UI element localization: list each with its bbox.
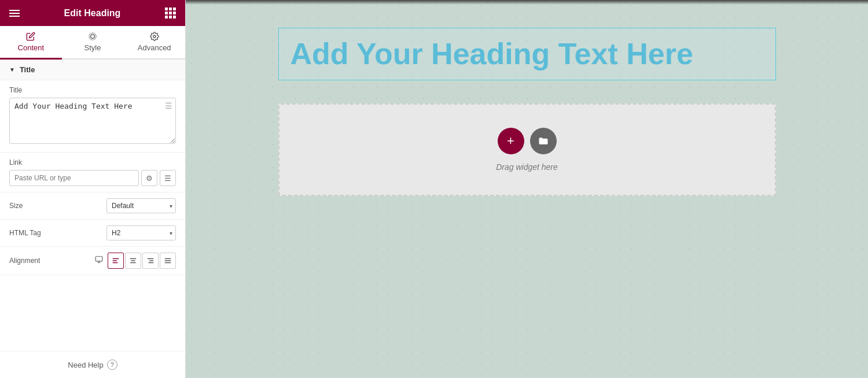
link-row: ⚙ ☰ — [9, 170, 176, 186]
need-help-label: Need Help — [68, 361, 103, 369]
canvas-inner: Add Your Heading Text Here + Drag widget… — [267, 5, 788, 219]
drag-widget-zone[interactable]: + Drag widget here — [278, 103, 776, 196]
grid-menu-icon[interactable] — [165, 8, 176, 18]
html-tag-select[interactable]: H1 H2 H3 H4 H5 H6 div span p — [106, 225, 176, 240]
size-field-group: Size Default Small Medium Large XL XXL ▾ — [0, 192, 185, 220]
alignment-buttons — [108, 253, 176, 269]
style-icon — [88, 32, 97, 41]
link-label: Link — [9, 158, 176, 166]
drag-widget-label: Drag widget here — [496, 162, 558, 172]
align-justify-button[interactable] — [160, 253, 176, 269]
tab-content-label: Content — [18, 43, 45, 52]
alignment-label: Alignment — [9, 257, 91, 265]
svg-point-2 — [153, 35, 156, 38]
canvas-top-bar — [186, 0, 868, 5]
title-textarea[interactable] — [9, 98, 176, 144]
dynamic-tags-icon[interactable]: ☰ — [165, 101, 172, 110]
size-select[interactable]: Default Small Medium Large XL XXL — [106, 198, 176, 213]
left-panel: Edit Heading Content Style — [0, 0, 186, 378]
tab-advanced-label: Advanced — [138, 43, 171, 52]
section-title-label: Title — [20, 65, 35, 74]
section-title-header[interactable]: ▼ Title — [0, 60, 185, 80]
alignment-field-group: Alignment — [0, 247, 185, 275]
link-dynamic-icon[interactable]: ☰ — [160, 170, 176, 186]
html-tag-select-wrapper: H1 H2 H3 H4 H5 H6 div span p ▾ — [106, 225, 176, 240]
chevron-down-icon: ▼ — [9, 66, 15, 73]
tab-style-label: Style — [84, 43, 101, 52]
align-right-button[interactable] — [142, 253, 159, 269]
widget-library-button[interactable] — [530, 128, 557, 154]
monitor-icon — [95, 255, 103, 266]
size-select-wrapper: Default Small Medium Large XL XXL ▾ — [106, 198, 176, 213]
tabs-bar: Content Style Advanced — [0, 26, 185, 60]
align-left-button[interactable] — [108, 253, 124, 269]
gear-icon — [150, 32, 159, 41]
heading-display-text: Add Your Heading Text Here — [290, 38, 764, 71]
title-textarea-wrapper: ☰ — [9, 98, 176, 146]
svg-rect-3 — [95, 257, 102, 261]
pencil-icon — [26, 32, 35, 41]
need-help-row: Need Help ? — [9, 360, 176, 370]
link-field-group: Link ⚙ ☰ — [0, 153, 185, 192]
canvas-area: Add Your Heading Text Here + Drag widget… — [186, 0, 868, 378]
title-field-group: Title ☰ — [0, 80, 185, 153]
panel-content: ▼ Title Title ☰ Link ⚙ ☰ Size De — [0, 60, 185, 378]
svg-point-1 — [89, 33, 96, 40]
panel-title: Edit Heading — [64, 8, 121, 18]
drag-buttons-row: + — [498, 128, 557, 154]
link-settings-icon[interactable]: ⚙ — [141, 170, 157, 186]
html-tag-label: HTML Tag — [9, 229, 106, 237]
hamburger-menu-icon[interactable] — [9, 10, 20, 17]
panel-header: Edit Heading — [0, 0, 185, 26]
size-label: Size — [9, 202, 106, 210]
title-label: Title — [9, 86, 176, 94]
help-circle-icon[interactable]: ? — [107, 360, 117, 370]
tab-content[interactable]: Content — [0, 26, 62, 60]
tab-style[interactable]: Style — [62, 26, 124, 60]
panel-footer: Need Help ? — [0, 351, 185, 378]
add-widget-button[interactable]: + — [498, 128, 524, 154]
heading-widget[interactable]: Add Your Heading Text Here — [278, 28, 776, 80]
html-tag-field-group: HTML Tag H1 H2 H3 H4 H5 H6 div span p ▾ — [0, 220, 185, 247]
link-input[interactable] — [9, 170, 139, 186]
tab-advanced[interactable]: Advanced — [123, 26, 185, 60]
svg-point-0 — [91, 35, 95, 39]
align-center-button[interactable] — [125, 253, 141, 269]
